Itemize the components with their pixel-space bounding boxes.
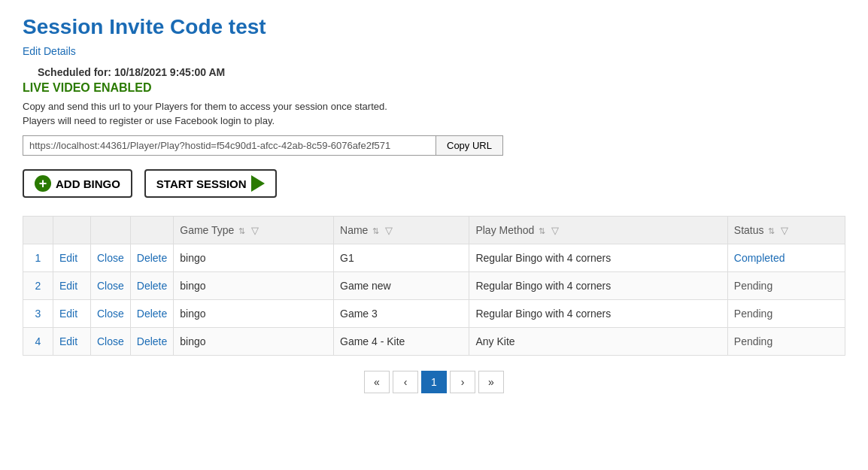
- col-status-label: Status: [734, 224, 764, 236]
- col-status: Status ⇅ ▽: [727, 217, 845, 244]
- action-row: + ADD BINGO START SESSION: [23, 169, 845, 198]
- play-icon: [251, 175, 265, 192]
- row-game-type: bingo: [174, 328, 334, 356]
- invite-desc-line2: Players will need to register or use Fac…: [23, 115, 845, 126]
- close-link[interactable]: Close: [97, 252, 124, 264]
- edit-link[interactable]: Edit: [59, 335, 77, 347]
- current-page-button[interactable]: 1: [421, 371, 447, 393]
- row-play-method: Regular Bingo with 4 corners: [469, 300, 727, 328]
- last-page-button[interactable]: »: [478, 371, 504, 393]
- row-game-type: bingo: [174, 272, 334, 300]
- edit-details-link[interactable]: Edit Details: [23, 45, 76, 57]
- scheduled-label: Scheduled for: 10/18/2021 9:45:00 AM: [38, 66, 845, 78]
- row-close[interactable]: Close: [91, 272, 131, 300]
- close-link[interactable]: Close: [97, 308, 124, 320]
- row-num: 4: [23, 328, 53, 356]
- edit-link[interactable]: Edit: [59, 280, 77, 292]
- games-table: Game Type ⇅ ▽ Name ⇅ ▽ Play Method ⇅ ▽ S…: [23, 216, 845, 356]
- prev-page-button[interactable]: ‹: [393, 371, 418, 393]
- col-num: [23, 217, 53, 244]
- name-sort-icon[interactable]: ⇅: [372, 226, 379, 235]
- edit-link[interactable]: Edit: [59, 308, 77, 320]
- status-filter-icon[interactable]: ▽: [781, 225, 788, 236]
- table-row: 3 Edit Close Delete bingo Game 3 Regular…: [23, 300, 845, 328]
- row-game-type: bingo: [174, 244, 334, 272]
- row-name: Game 4 - Kite: [334, 328, 469, 356]
- row-name: G1: [334, 244, 469, 272]
- row-num: 2: [23, 272, 53, 300]
- col-delete: [130, 217, 173, 244]
- session-url-input[interactable]: [23, 135, 436, 156]
- delete-link[interactable]: Delete: [137, 308, 167, 320]
- row-num: 1: [23, 244, 53, 272]
- row-num: 3: [23, 300, 53, 328]
- game-type-sort-icon[interactable]: ⇅: [238, 226, 245, 235]
- row-delete[interactable]: Delete: [130, 272, 173, 300]
- add-bingo-button[interactable]: + ADD BINGO: [23, 169, 132, 198]
- col-close: [91, 217, 131, 244]
- row-play-method: Regular Bingo with 4 corners: [469, 244, 727, 272]
- col-play-method: Play Method ⇅ ▽: [469, 217, 727, 244]
- row-status: Pending: [727, 300, 845, 328]
- row-edit[interactable]: Edit: [53, 244, 91, 272]
- add-bingo-label: ADD BINGO: [56, 177, 120, 190]
- row-edit[interactable]: Edit: [53, 300, 91, 328]
- row-delete[interactable]: Delete: [130, 300, 173, 328]
- col-game-type-label: Game Type: [180, 224, 234, 236]
- table-row: 1 Edit Close Delete bingo G1 Regular Bin…: [23, 244, 845, 272]
- row-game-type: bingo: [174, 300, 334, 328]
- name-filter-icon[interactable]: ▽: [385, 225, 393, 236]
- copy-url-button[interactable]: Copy URL: [436, 135, 503, 156]
- first-page-button[interactable]: «: [364, 371, 390, 393]
- edit-link[interactable]: Edit: [59, 252, 77, 264]
- add-icon: +: [35, 175, 51, 192]
- play-method-filter-icon[interactable]: ▽: [551, 225, 559, 236]
- row-name: Game new: [334, 272, 469, 300]
- row-close[interactable]: Close: [91, 328, 131, 356]
- col-play-method-label: Play Method: [475, 224, 534, 236]
- invite-desc-line1: Copy and send this url to your Players f…: [23, 101, 845, 112]
- url-row: Copy URL: [23, 135, 845, 156]
- game-type-filter-icon[interactable]: ▽: [251, 225, 259, 236]
- close-link[interactable]: Close: [97, 335, 124, 347]
- delete-link[interactable]: Delete: [137, 335, 167, 347]
- row-close[interactable]: Close: [91, 244, 131, 272]
- table-row: 2 Edit Close Delete bingo Game new Regul…: [23, 272, 845, 300]
- delete-link[interactable]: Delete: [137, 280, 167, 292]
- next-page-button[interactable]: ›: [450, 371, 475, 393]
- start-session-button[interactable]: START SESSION: [144, 169, 277, 198]
- play-method-sort-icon[interactable]: ⇅: [539, 226, 545, 235]
- row-name: Game 3: [334, 300, 469, 328]
- col-game-type: Game Type ⇅ ▽: [174, 217, 334, 244]
- status-sort-icon[interactable]: ⇅: [768, 226, 775, 235]
- row-status: Pending: [727, 328, 845, 356]
- row-play-method: Any Kite: [469, 328, 727, 356]
- page-title: Session Invite Code test: [23, 15, 845, 39]
- live-video-label: LIVE VIDEO ENABLED: [23, 81, 845, 95]
- col-edit: [53, 217, 91, 244]
- row-play-method: Regular Bingo with 4 corners: [469, 272, 727, 300]
- row-edit[interactable]: Edit: [53, 272, 91, 300]
- pagination: « ‹ 1 › »: [23, 371, 845, 393]
- col-name-label: Name: [340, 224, 368, 236]
- delete-link[interactable]: Delete: [137, 252, 167, 264]
- start-session-label: START SESSION: [156, 177, 247, 190]
- row-edit[interactable]: Edit: [53, 328, 91, 356]
- row-delete[interactable]: Delete: [130, 244, 173, 272]
- table-header-row: Game Type ⇅ ▽ Name ⇅ ▽ Play Method ⇅ ▽ S…: [23, 217, 845, 244]
- row-delete[interactable]: Delete: [130, 328, 173, 356]
- row-status: Completed: [727, 244, 845, 272]
- row-status: Pending: [727, 272, 845, 300]
- close-link[interactable]: Close: [97, 280, 124, 292]
- col-name: Name ⇅ ▽: [334, 217, 469, 244]
- table-row: 4 Edit Close Delete bingo Game 4 - Kite …: [23, 328, 845, 356]
- row-close[interactable]: Close: [91, 300, 131, 328]
